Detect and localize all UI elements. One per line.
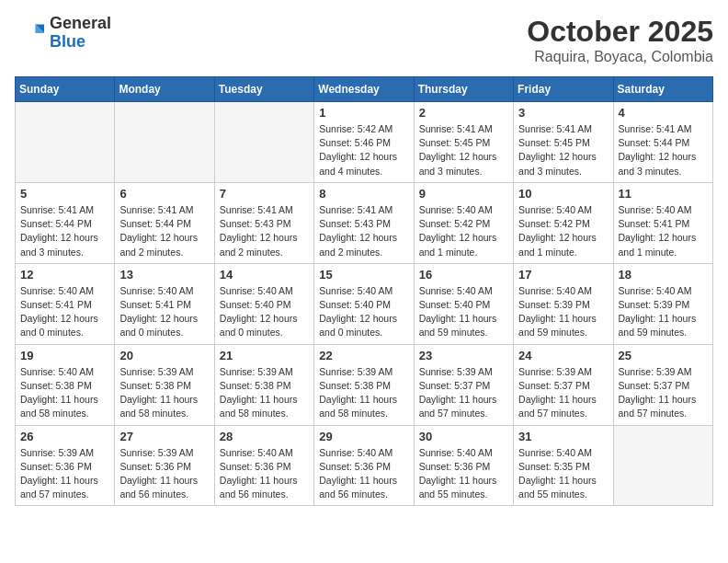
day-number: 30 bbox=[419, 430, 508, 443]
calendar-cell: 26Sunrise: 5:39 AMSunset: 5:36 PMDayligh… bbox=[16, 425, 115, 506]
day-info: Sunrise: 5:40 AMSunset: 5:41 PMDaylight:… bbox=[20, 284, 109, 340]
calendar-cell bbox=[214, 102, 313, 183]
weekday-header: Saturday bbox=[613, 77, 712, 102]
day-number: 27 bbox=[119, 430, 209, 443]
calendar-cell: 12Sunrise: 5:40 AMSunset: 5:41 PMDayligh… bbox=[16, 263, 115, 344]
day-info: Sunrise: 5:40 AMSunset: 5:40 PMDaylight:… bbox=[419, 284, 508, 340]
calendar-cell: 5Sunrise: 5:41 AMSunset: 5:44 PMDaylight… bbox=[16, 182, 115, 263]
day-info: Sunrise: 5:41 AMSunset: 5:45 PMDaylight:… bbox=[419, 122, 508, 178]
day-info: Sunrise: 5:40 AMSunset: 5:36 PMDaylight:… bbox=[319, 446, 408, 502]
day-info: Sunrise: 5:41 AMSunset: 5:45 PMDaylight:… bbox=[518, 122, 608, 178]
calendar-cell: 22Sunrise: 5:39 AMSunset: 5:38 PMDayligh… bbox=[314, 344, 414, 425]
calendar-cell bbox=[613, 425, 712, 506]
day-number: 1 bbox=[319, 106, 408, 120]
calendar-cell: 13Sunrise: 5:40 AMSunset: 5:41 PMDayligh… bbox=[115, 263, 214, 344]
day-info: Sunrise: 5:40 AMSunset: 5:40 PMDaylight:… bbox=[220, 284, 309, 340]
day-info: Sunrise: 5:39 AMSunset: 5:38 PMDaylight:… bbox=[319, 365, 408, 421]
day-number: 21 bbox=[220, 349, 309, 362]
calendar-cell: 24Sunrise: 5:39 AMSunset: 5:37 PMDayligh… bbox=[514, 344, 613, 425]
day-info: Sunrise: 5:40 AMSunset: 5:36 PMDaylight:… bbox=[220, 446, 309, 502]
day-number: 26 bbox=[20, 430, 109, 443]
day-info: Sunrise: 5:40 AMSunset: 5:41 PMDaylight:… bbox=[619, 203, 708, 259]
calendar-cell: 31Sunrise: 5:40 AMSunset: 5:35 PMDayligh… bbox=[514, 425, 613, 506]
weekday-header: Tuesday bbox=[214, 77, 313, 102]
day-number: 28 bbox=[220, 430, 309, 443]
calendar-cell: 14Sunrise: 5:40 AMSunset: 5:40 PMDayligh… bbox=[214, 263, 313, 344]
calendar-cell bbox=[16, 102, 115, 183]
weekday-header: Monday bbox=[115, 77, 214, 102]
location: Raquira, Boyaca, Colombia bbox=[527, 49, 713, 65]
calendar-cell: 6Sunrise: 5:41 AMSunset: 5:44 PMDaylight… bbox=[115, 182, 214, 263]
day-info: Sunrise: 5:40 AMSunset: 5:35 PMDaylight:… bbox=[518, 446, 608, 502]
weekday-header: Thursday bbox=[414, 77, 513, 102]
day-info: Sunrise: 5:39 AMSunset: 5:38 PMDaylight:… bbox=[220, 365, 309, 421]
weekday-header: Wednesday bbox=[314, 77, 414, 102]
logo-blue: Blue bbox=[50, 33, 111, 52]
day-info: Sunrise: 5:40 AMSunset: 5:40 PMDaylight:… bbox=[319, 284, 408, 340]
day-number: 7 bbox=[220, 187, 309, 201]
day-number: 17 bbox=[518, 268, 608, 282]
day-number: 8 bbox=[319, 187, 408, 201]
day-number: 31 bbox=[518, 430, 608, 443]
day-info: Sunrise: 5:42 AMSunset: 5:46 PMDaylight:… bbox=[319, 122, 408, 178]
calendar-cell: 16Sunrise: 5:40 AMSunset: 5:40 PMDayligh… bbox=[414, 263, 513, 344]
day-number: 4 bbox=[619, 106, 708, 120]
day-number: 18 bbox=[619, 268, 708, 282]
day-info: Sunrise: 5:40 AMSunset: 5:42 PMDaylight:… bbox=[419, 203, 508, 259]
day-info: Sunrise: 5:40 AMSunset: 5:39 PMDaylight:… bbox=[518, 284, 608, 340]
calendar-cell: 30Sunrise: 5:40 AMSunset: 5:36 PMDayligh… bbox=[414, 425, 513, 506]
day-info: Sunrise: 5:39 AMSunset: 5:36 PMDaylight:… bbox=[20, 446, 109, 502]
month-title: October 2025 bbox=[527, 15, 713, 49]
calendar-cell: 2Sunrise: 5:41 AMSunset: 5:45 PMDaylight… bbox=[414, 102, 513, 183]
day-number: 29 bbox=[319, 430, 408, 443]
calendar-cell: 11Sunrise: 5:40 AMSunset: 5:41 PMDayligh… bbox=[613, 182, 712, 263]
weekday-header: Sunday bbox=[16, 77, 115, 102]
day-info: Sunrise: 5:40 AMSunset: 5:36 PMDaylight:… bbox=[419, 446, 508, 502]
calendar-cell: 17Sunrise: 5:40 AMSunset: 5:39 PMDayligh… bbox=[514, 263, 613, 344]
calendar-cell: 20Sunrise: 5:39 AMSunset: 5:38 PMDayligh… bbox=[115, 344, 214, 425]
day-number: 13 bbox=[119, 268, 209, 282]
day-info: Sunrise: 5:39 AMSunset: 5:38 PMDaylight:… bbox=[119, 365, 209, 421]
day-number: 23 bbox=[419, 349, 508, 362]
day-number: 14 bbox=[220, 268, 309, 282]
day-number: 11 bbox=[619, 187, 708, 201]
day-info: Sunrise: 5:39 AMSunset: 5:36 PMDaylight:… bbox=[119, 446, 209, 502]
calendar-cell: 19Sunrise: 5:40 AMSunset: 5:38 PMDayligh… bbox=[16, 344, 115, 425]
day-number: 25 bbox=[619, 349, 708, 362]
day-number: 15 bbox=[319, 268, 408, 282]
day-number: 6 bbox=[119, 187, 209, 201]
logo-general: General bbox=[50, 15, 111, 33]
day-number: 16 bbox=[419, 268, 508, 282]
calendar-cell: 9Sunrise: 5:40 AMSunset: 5:42 PMDaylight… bbox=[414, 182, 513, 263]
day-number: 3 bbox=[518, 106, 608, 120]
day-info: Sunrise: 5:39 AMSunset: 5:37 PMDaylight:… bbox=[419, 365, 508, 421]
calendar-cell: 4Sunrise: 5:41 AMSunset: 5:44 PMDaylight… bbox=[613, 102, 712, 183]
calendar-row: 26Sunrise: 5:39 AMSunset: 5:36 PMDayligh… bbox=[16, 425, 713, 506]
calendar-row: 12Sunrise: 5:40 AMSunset: 5:41 PMDayligh… bbox=[16, 263, 713, 344]
calendar-row: 5Sunrise: 5:41 AMSunset: 5:44 PMDaylight… bbox=[16, 182, 713, 263]
title-block: October 2025 Raquira, Boyaca, Colombia bbox=[527, 15, 713, 65]
day-number: 22 bbox=[319, 349, 408, 362]
calendar-table: SundayMondayTuesdayWednesdayThursdayFrid… bbox=[15, 76, 713, 506]
calendar-cell: 18Sunrise: 5:40 AMSunset: 5:39 PMDayligh… bbox=[613, 263, 712, 344]
weekday-header: Friday bbox=[514, 77, 613, 102]
calendar-cell: 7Sunrise: 5:41 AMSunset: 5:43 PMDaylight… bbox=[214, 182, 313, 263]
calendar-cell: 25Sunrise: 5:39 AMSunset: 5:37 PMDayligh… bbox=[613, 344, 712, 425]
day-info: Sunrise: 5:41 AMSunset: 5:44 PMDaylight:… bbox=[20, 203, 109, 259]
calendar-row: 1Sunrise: 5:42 AMSunset: 5:46 PMDaylight… bbox=[16, 102, 713, 183]
day-number: 2 bbox=[419, 106, 508, 120]
weekday-header-row: SundayMondayTuesdayWednesdayThursdayFrid… bbox=[16, 77, 713, 102]
calendar-cell: 21Sunrise: 5:39 AMSunset: 5:38 PMDayligh… bbox=[214, 344, 313, 425]
logo-icon bbox=[15, 18, 44, 48]
day-number: 5 bbox=[20, 187, 109, 201]
day-info: Sunrise: 5:40 AMSunset: 5:39 PMDaylight:… bbox=[619, 284, 708, 340]
day-number: 12 bbox=[20, 268, 109, 282]
day-info: Sunrise: 5:39 AMSunset: 5:37 PMDaylight:… bbox=[619, 365, 708, 421]
day-info: Sunrise: 5:40 AMSunset: 5:41 PMDaylight:… bbox=[119, 284, 209, 340]
page-header: General Blue October 2025 Raquira, Boyac… bbox=[15, 15, 713, 65]
calendar-cell: 1Sunrise: 5:42 AMSunset: 5:46 PMDaylight… bbox=[314, 102, 414, 183]
logo: General Blue bbox=[15, 15, 111, 52]
day-number: 20 bbox=[119, 349, 209, 362]
day-info: Sunrise: 5:40 AMSunset: 5:42 PMDaylight:… bbox=[518, 203, 608, 259]
calendar-cell: 8Sunrise: 5:41 AMSunset: 5:43 PMDaylight… bbox=[314, 182, 414, 263]
